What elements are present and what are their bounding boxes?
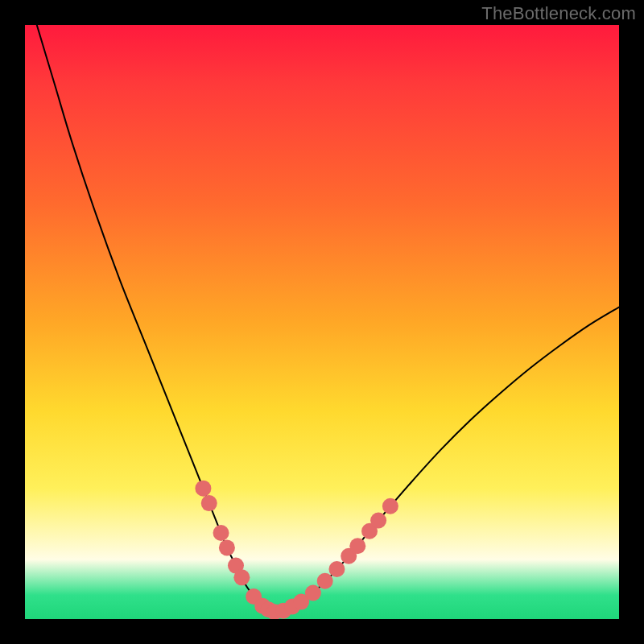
curve-marker [349, 538, 365, 554]
curve-marker [317, 573, 333, 589]
watermark-text: TheBottleneck.com [481, 3, 636, 24]
curve-marker [305, 585, 321, 601]
curve-marker [370, 512, 386, 528]
curve-marker [382, 498, 398, 514]
chart-container: TheBottleneck.com [0, 0, 644, 644]
bottleneck-curve-svg [25, 25, 619, 619]
bottleneck-curve [37, 25, 619, 612]
curve-marker [219, 539, 235, 555]
curve-marker [328, 561, 345, 577]
curve-marker [201, 495, 217, 511]
curve-marker [213, 525, 229, 541]
plot-area [25, 25, 619, 619]
curve-marker [195, 481, 211, 497]
curve-marker [233, 569, 250, 585]
curve-markers [195, 481, 398, 619]
